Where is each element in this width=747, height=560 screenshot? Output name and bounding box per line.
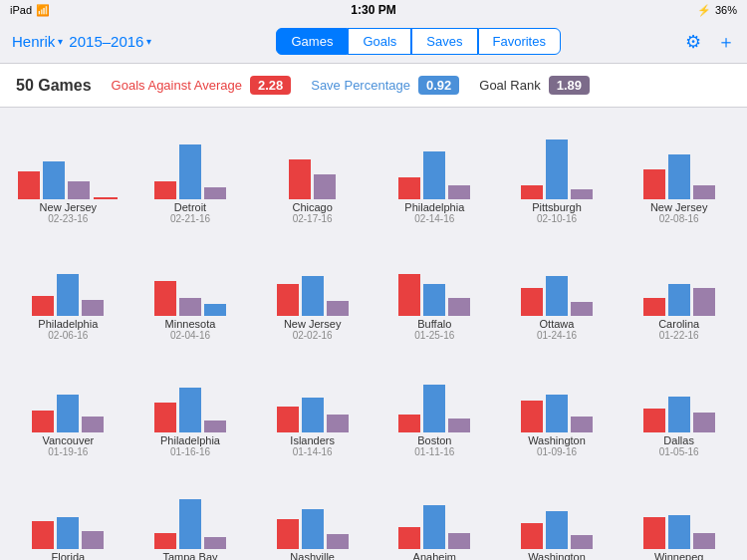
year-selector[interactable]: 2015–2016 ▾ bbox=[69, 33, 151, 50]
goal-rank-label: Goal Rank bbox=[479, 78, 540, 93]
game-card[interactable]: New Jersey02-02-16 bbox=[252, 232, 373, 345]
bar-red bbox=[521, 288, 543, 316]
game-grid: New Jersey02-23-16Detroit02-21-16Chicago… bbox=[0, 108, 747, 560]
wifi-icon: 📶 bbox=[36, 4, 50, 17]
tab-saves[interactable]: Saves bbox=[411, 28, 477, 55]
bar-blue bbox=[57, 517, 79, 549]
game-card[interactable]: Washington01-09-16 bbox=[497, 349, 618, 461]
game-card[interactable]: Boston01-11-16 bbox=[374, 349, 495, 461]
game-chart bbox=[140, 120, 240, 199]
bar-purple bbox=[693, 288, 715, 316]
bar-purple bbox=[204, 420, 226, 432]
bar-red bbox=[643, 298, 665, 316]
goal-rank-value: 1.89 bbox=[549, 76, 590, 95]
save-pct-value: 0.92 bbox=[418, 76, 459, 95]
bar-purple bbox=[693, 185, 715, 199]
game-name: Carolina bbox=[658, 318, 699, 330]
game-name: Nashville bbox=[290, 551, 335, 560]
game-card[interactable]: New Jersey02-23-16 bbox=[8, 116, 128, 228]
game-chart bbox=[263, 469, 363, 549]
gaa-value: 2.28 bbox=[250, 76, 291, 95]
settings-icon[interactable]: ⚙ bbox=[685, 31, 701, 53]
bar-purple bbox=[204, 537, 226, 549]
game-card[interactable]: Philadelphia02-06-16 bbox=[8, 232, 128, 345]
game-chart bbox=[18, 120, 118, 199]
bar-red bbox=[398, 177, 420, 199]
game-card[interactable]: Carolina01-22-16 bbox=[619, 232, 739, 345]
game-card[interactable]: Minnesota02-04-16 bbox=[130, 232, 251, 345]
games-count: 50 Games bbox=[16, 77, 92, 95]
game-card[interactable]: Nashville12-28-16 bbox=[252, 465, 373, 560]
bar-blue bbox=[668, 284, 690, 316]
game-card[interactable]: Philadelphia01-16-16 bbox=[130, 349, 251, 461]
status-bar: iPad 📶 1:30 PM ⚡ 36% bbox=[0, 0, 747, 20]
bar-red bbox=[154, 181, 176, 199]
game-card[interactable]: Ottawa01-24-16 bbox=[497, 232, 618, 345]
save-pct-stat: Save Percentage 0.92 bbox=[311, 76, 459, 95]
bar-blue bbox=[43, 161, 65, 199]
bar-blue bbox=[423, 385, 445, 432]
game-card[interactable]: Islanders01-14-16 bbox=[252, 349, 373, 461]
game-chart bbox=[507, 236, 607, 316]
game-chart bbox=[384, 236, 484, 316]
goal-rank-stat: Goal Rank 1.89 bbox=[479, 76, 590, 95]
game-card[interactable]: Pittsburgh02-10-16 bbox=[497, 116, 618, 228]
game-card[interactable]: Tampa Bay12-30-16 bbox=[130, 465, 251, 560]
bar-red bbox=[277, 407, 299, 432]
battery-level: 36% bbox=[715, 4, 737, 16]
status-right: ⚡ 36% bbox=[697, 4, 737, 17]
game-date: 01-11-16 bbox=[414, 446, 454, 457]
bar-purple bbox=[179, 298, 201, 316]
game-name: Washington bbox=[528, 551, 586, 560]
game-card[interactable]: Buffalo01-25-16 bbox=[374, 232, 495, 345]
bar-red bbox=[32, 411, 54, 432]
game-card[interactable]: Winnepeg12-18-15 bbox=[619, 465, 739, 560]
bar-purple bbox=[327, 534, 349, 549]
bar-red bbox=[398, 527, 420, 549]
game-chart bbox=[263, 236, 363, 316]
game-chart bbox=[18, 353, 118, 432]
game-card[interactable]: Florida01-02-16 bbox=[8, 465, 128, 560]
bar-red bbox=[521, 185, 543, 199]
ipad-label: iPad bbox=[10, 4, 32, 16]
bar-purple bbox=[693, 533, 715, 549]
game-card[interactable]: Chicago02-17-16 bbox=[252, 116, 373, 228]
bar-blue bbox=[179, 499, 201, 549]
game-date: 02-21-16 bbox=[170, 213, 210, 224]
game-card[interactable]: Washington12-20-15 bbox=[497, 465, 618, 560]
bar-purple bbox=[448, 298, 470, 316]
game-chart bbox=[263, 353, 363, 432]
game-name: Chicago bbox=[292, 201, 332, 213]
game-date: 02-14-16 bbox=[414, 213, 454, 224]
gaa-label: Goals Against Average bbox=[112, 78, 242, 93]
tab-games[interactable]: Games bbox=[276, 28, 348, 55]
bar-blue bbox=[302, 276, 324, 316]
game-card[interactable]: New Jersey02-08-16 bbox=[619, 116, 739, 228]
game-name: Winnepeg bbox=[654, 551, 704, 560]
bar-purple bbox=[448, 533, 470, 549]
bar-red bbox=[289, 159, 311, 199]
game-name: Pittsburgh bbox=[532, 201, 582, 213]
game-date: 01-16-16 bbox=[170, 446, 210, 457]
game-chart bbox=[140, 469, 240, 549]
user-selector[interactable]: Henrik ▾ bbox=[12, 33, 63, 50]
gaa-stat: Goals Against Average 2.28 bbox=[112, 76, 292, 95]
bar-blue bbox=[179, 144, 201, 199]
add-icon[interactable]: ＋ bbox=[717, 30, 735, 54]
game-name: Tampa Bay bbox=[162, 551, 217, 560]
bar-red bbox=[154, 403, 176, 432]
bar-red bbox=[398, 274, 420, 316]
bar-purple bbox=[314, 174, 336, 199]
game-card[interactable]: Anaheim12-22-15 bbox=[374, 465, 495, 560]
game-card[interactable]: Vancouver01-19-16 bbox=[8, 349, 128, 461]
tab-goals[interactable]: Goals bbox=[348, 28, 411, 55]
game-card[interactable]: Detroit02-21-16 bbox=[130, 116, 251, 228]
game-card[interactable]: Dallas01-05-16 bbox=[619, 349, 739, 461]
bluetooth-icon: ⚡ bbox=[697, 4, 711, 17]
game-name: Vancouver bbox=[42, 434, 94, 446]
game-card[interactable]: Philadelphia02-14-16 bbox=[374, 116, 495, 228]
tab-favorites[interactable]: Favorites bbox=[478, 28, 561, 55]
chart-underline bbox=[94, 197, 118, 199]
game-date: 01-14-16 bbox=[293, 446, 333, 457]
game-chart bbox=[507, 120, 607, 199]
